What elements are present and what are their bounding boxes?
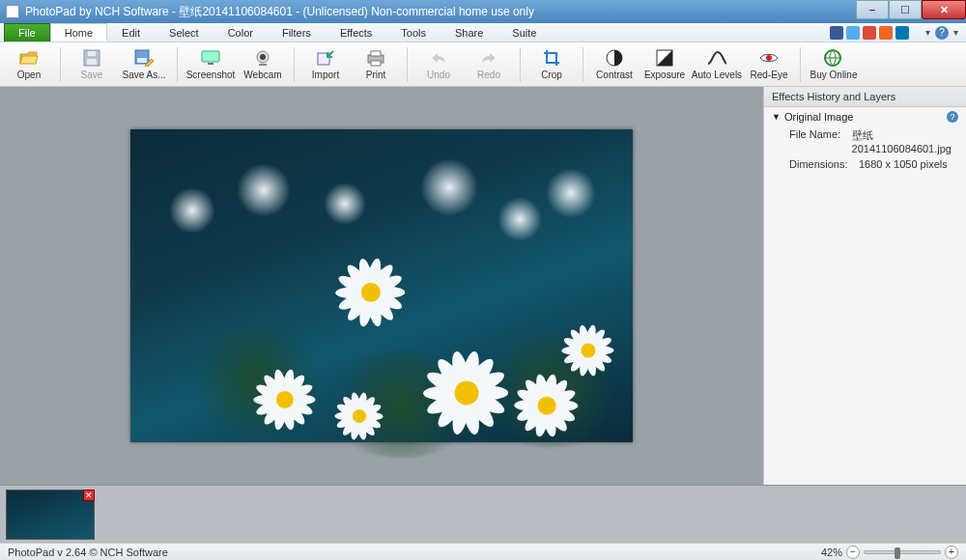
social-icons: ▾ ? ▾ [830,23,966,42]
prop-dimensions: Dimensions: 1680 x 1050 pixels [764,156,966,172]
linkedin-icon[interactable] [895,26,909,40]
contrast-button[interactable]: Contrast [589,43,639,86]
image-canvas [130,129,633,442]
redo-button[interactable]: Redo [464,43,514,86]
prop-filename-key: File Name: [789,128,842,154]
thumbnail-item[interactable]: ✕ [6,490,95,540]
status-bar: PhotoPad v 2.64 © NCH Software 42% − + [0,543,966,560]
exposure-button[interactable]: Exposure [639,43,690,86]
prop-filename-value: 壁纸20141106084601.jpg [852,128,958,154]
eye-icon [759,48,779,68]
redo-icon [479,48,498,68]
auto-levels-button[interactable]: Auto Levels [690,43,744,86]
zoom-out-button[interactable]: − [846,546,860,559]
undo-icon [429,48,448,68]
zoom-slider[interactable] [864,550,941,554]
menu-bar: File Home Edit Select Color Filters Effe… [0,23,966,42]
screenshot-button[interactable]: Screenshot [184,43,238,86]
canvas-viewport[interactable] [0,87,763,485]
globe-cart-icon [824,48,843,68]
save-as-button[interactable]: Save As... [117,43,171,86]
svg-rect-5 [202,51,219,62]
import-label: Import [312,70,339,80]
svg-point-8 [260,54,266,60]
window-maximize-button[interactable] [889,0,922,19]
bell-curve-icon [707,48,726,68]
help-icon[interactable]: ? [935,26,949,40]
svg-rect-2 [88,51,96,56]
window-title: PhotoPad by NCH Software - 壁纸20141106084… [25,4,856,20]
print-button[interactable]: Print [351,43,401,86]
svg-rect-4 [137,58,147,63]
collapse-triangle-icon: ▼ [772,112,781,122]
menu-tab-color[interactable]: Color [213,23,268,42]
printer-icon [366,48,385,68]
thumbnail-strip: ✕ [0,485,966,543]
svg-point-15 [766,55,772,61]
menu-tab-suite[interactable]: Suite [497,23,551,42]
contrast-icon [605,48,624,68]
save-button[interactable]: Save [67,43,117,86]
window-close-button[interactable] [922,0,966,19]
panel-header: Effects History and Layers [764,87,966,107]
floppy-icon [82,48,101,68]
webcam-icon [253,48,272,68]
menu-tab-edit[interactable]: Edit [107,23,155,42]
import-button[interactable]: Import [300,43,351,86]
help-dropdown-icon[interactable]: ▾ [952,27,960,38]
exposure-label: Exposure [644,70,685,80]
webcam-button[interactable]: Webcam [238,43,288,86]
buy-online-label: Buy Online [810,70,858,80]
import-arrow-icon [316,48,335,68]
svg-rect-1 [87,59,97,65]
crop-icon [542,48,561,68]
tree-node-original[interactable]: ▼ Original Image ? [764,107,966,126]
side-panel: Effects History and Layers ▼ Original Im… [763,87,966,485]
buy-online-button[interactable]: Buy Online [807,43,861,86]
menu-tab-share[interactable]: Share [440,23,497,42]
zoom-controls: 42% − + [821,546,958,559]
auto-levels-label: Auto Levels [692,70,742,80]
undo-button[interactable]: Undo [413,43,464,86]
red-eye-label: Red-Eye [751,70,788,80]
prop-dimensions-key: Dimensions: [789,158,849,170]
svg-rect-12 [371,61,381,66]
redo-label: Redo [477,70,500,80]
window-titlebar: PhotoPad by NCH Software - 壁纸20141106084… [0,0,966,23]
menu-tab-filters[interactable]: Filters [268,23,326,42]
open-button[interactable]: Open [4,43,54,86]
menu-file[interactable]: File [4,23,50,42]
menu-tab-home[interactable]: Home [50,23,107,42]
status-text: PhotoPad v 2.64 © NCH Software [8,546,168,558]
red-eye-button[interactable]: Red-Eye [744,43,794,86]
save-as-label: Save As... [122,70,165,80]
menu-tab-select[interactable]: Select [155,23,213,42]
folder-open-icon [19,48,39,68]
prop-filename: File Name: 壁纸20141106084601.jpg [764,126,966,156]
zoom-in-button[interactable]: + [945,546,958,559]
google-plus-icon[interactable] [863,26,876,40]
svg-rect-6 [208,63,213,65]
app-icon [6,5,19,18]
twitter-icon[interactable] [846,26,860,40]
rss-icon[interactable] [879,26,893,40]
print-label: Print [366,70,386,80]
floppy-pencil-icon [134,48,154,68]
undo-label: Undo [427,70,450,80]
main-area: Effects History and Layers ▼ Original Im… [0,87,966,485]
toolbar: Open Save Save As... Screenshot Webcam I… [0,42,966,87]
facebook-icon[interactable] [830,26,843,40]
exposure-icon [655,48,674,68]
prop-dimensions-value: 1680 x 1050 pixels [859,158,948,170]
menu-dropdown-icon[interactable]: ▾ [923,27,932,38]
save-label: Save [81,70,103,80]
window-minimize-button[interactable] [856,0,889,19]
screenshot-label: Screenshot [186,70,236,80]
menu-tab-tools[interactable]: Tools [386,23,440,42]
menu-tab-effects[interactable]: Effects [326,23,386,42]
crop-label: Crop [541,70,562,80]
node-help-icon[interactable]: ? [947,111,958,123]
crop-button[interactable]: Crop [526,43,577,86]
monitor-icon [201,48,220,68]
thumbnail-close-button[interactable]: ✕ [83,490,95,501]
